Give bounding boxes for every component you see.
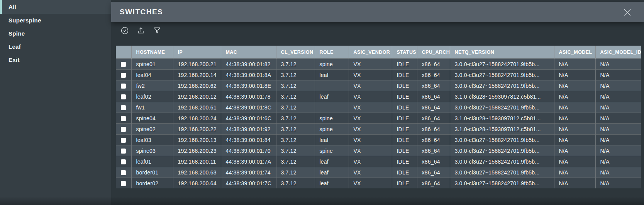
cell-ip: 192.168.200.64: [173, 178, 221, 189]
table-row[interactable]: leaf01 192.168.200.11 44:38:39:00:01:7A …: [116, 156, 641, 167]
cell-ip: 192.168.200.23: [173, 145, 221, 156]
table-row[interactable]: border01 192.168.200.63 44:38:39:00:01:7…: [116, 167, 641, 178]
row-checkbox[interactable]: [121, 181, 126, 186]
check-circle-icon[interactable]: [120, 26, 130, 36]
cell-cl-version: 3.7.12: [276, 80, 315, 91]
cell-ip: 192.168.200.21: [173, 59, 221, 70]
cell-ip: 192.168.200.62: [173, 80, 221, 91]
row-checkbox-cell: [116, 91, 131, 102]
table-row[interactable]: spine04 192.168.200.24 44:38:39:00:01:6C…: [116, 113, 641, 124]
switches-table-wrap: HOSTNAMEIPMACCL_VERSIONROLEASIC_VENDORST…: [116, 46, 641, 188]
cell-netq-version: 3.0.0-cl3u27~1588242701.9fb5b...: [450, 167, 554, 178]
cell-asic-model-id: N/A: [595, 102, 641, 113]
cell-hostname: leaf02: [131, 91, 173, 102]
cell-ip: 192.168.200.61: [173, 102, 221, 113]
row-checkbox[interactable]: [121, 149, 126, 154]
export-upload-icon[interactable]: [136, 26, 146, 36]
column-header-role[interactable]: ROLE: [315, 46, 349, 59]
close-icon[interactable]: [622, 7, 632, 17]
cell-cl-version: 3.7.12: [276, 135, 315, 145]
cell-asic-model: N/A: [554, 91, 595, 102]
cell-role: [315, 102, 349, 113]
cell-asic-vendor: VX: [349, 124, 392, 135]
cell-status: IDLE: [392, 156, 417, 167]
cell-role: leaf: [315, 70, 349, 80]
table-row[interactable]: leaf02 192.168.200.12 44:38:39:00:01:78 …: [116, 91, 641, 102]
switches-table: HOSTNAMEIPMACCL_VERSIONROLEASIC_VENDORST…: [116, 46, 641, 188]
cell-asic-model: N/A: [554, 156, 595, 167]
cell-role: spine: [315, 113, 349, 124]
row-checkbox-cell: [116, 70, 131, 80]
cell-netq-version: 3.0.0-cl3u27~1588242701.9fb5b...: [450, 178, 554, 189]
sidebar-item-exit[interactable]: Exit: [0, 53, 111, 67]
cell-asic-vendor: VX: [349, 91, 392, 102]
table-row[interactable]: fw1 192.168.200.61 44:38:39:00:01:8C 3.7…: [116, 102, 641, 113]
table-row[interactable]: leaf04 192.168.200.14 44:38:39:00:01:8A …: [116, 70, 641, 80]
sidebar-item-label: Leaf: [8, 43, 21, 50]
cell-mac: 44:38:39:00:01:8A: [221, 70, 276, 80]
cell-asic-vendor: VX: [349, 135, 392, 145]
table-row[interactable]: spine01 192.168.200.21 44:38:39:00:01:82…: [116, 59, 641, 70]
cell-ip: 192.168.200.11: [173, 156, 221, 167]
cell-netq-version: 3.0.0-cl3u27~1588242701.9fb5b...: [450, 156, 554, 167]
column-header-cpu-arch[interactable]: CPU_ARCH: [417, 46, 450, 59]
cell-mac: 44:38:39:00:01:78: [221, 91, 276, 102]
sidebar-item-spine[interactable]: Spine: [0, 27, 111, 40]
panel-titlebar: SWITCHES: [111, 2, 644, 22]
sidebar-item-superspine[interactable]: Superspine: [0, 14, 111, 27]
column-header-hostname[interactable]: HOSTNAME: [131, 46, 173, 59]
column-header-cl-version[interactable]: CL_VERSION: [276, 46, 315, 59]
switches-window: All Superspine Spine Leaf Exit SWITCHES: [0, 0, 644, 205]
sidebar-item-all[interactable]: All: [0, 0, 111, 14]
table-row[interactable]: spine03 192.168.200.23 44:38:39:00:01:70…: [116, 145, 641, 156]
cell-cl-version: 3.7.12: [276, 124, 315, 135]
row-checkbox[interactable]: [121, 138, 126, 143]
cell-cpu-arch: x86_64: [417, 102, 450, 113]
row-checkbox[interactable]: [121, 62, 126, 67]
cell-hostname: leaf01: [131, 156, 173, 167]
row-checkbox-cell: [116, 102, 131, 113]
row-checkbox[interactable]: [121, 73, 126, 78]
sidebar-item-leaf[interactable]: Leaf: [0, 40, 111, 53]
table-row[interactable]: fw2 192.168.200.62 44:38:39:00:01:8E 3.7…: [116, 80, 641, 91]
row-checkbox[interactable]: [121, 105, 126, 110]
column-header-netq-version[interactable]: NETQ_VERSION: [450, 46, 554, 59]
cell-hostname: spine04: [131, 113, 173, 124]
table-row[interactable]: spine02 192.168.200.22 44:38:39:00:01:92…: [116, 124, 641, 135]
row-checkbox[interactable]: [121, 159, 126, 164]
cell-asic-vendor: VX: [349, 80, 392, 91]
cell-hostname: fw2: [131, 80, 173, 91]
row-checkbox[interactable]: [121, 127, 126, 132]
cell-netq-version: 3.0.0-cl3u27~1588242701.9fb5b...: [450, 145, 554, 156]
table-row[interactable]: border02 192.168.200.64 44:38:39:00:01:7…: [116, 178, 641, 189]
cell-hostname: leaf04: [131, 70, 173, 80]
column-header-mac[interactable]: MAC: [221, 46, 276, 59]
row-checkbox[interactable]: [121, 170, 126, 175]
cell-status: IDLE: [392, 178, 417, 189]
cell-status: IDLE: [392, 124, 417, 135]
cell-status: IDLE: [392, 59, 417, 70]
cell-ip: 192.168.200.14: [173, 70, 221, 80]
cell-asic-model-id: N/A: [595, 145, 641, 156]
filter-icon[interactable]: [152, 26, 162, 36]
cell-netq-version: 3.0.0-cl3u27~1588242701.9fb5b...: [450, 135, 554, 145]
cell-cpu-arch: x86_64: [417, 124, 450, 135]
row-checkbox[interactable]: [121, 116, 126, 121]
cell-asic-model-id: N/A: [595, 124, 641, 135]
cell-asic-model: N/A: [554, 59, 595, 70]
cell-netq-version: 3.1.0-cl3u28~1593097812.c5b81...: [450, 124, 554, 135]
cell-asic-vendor: VX: [349, 156, 392, 167]
column-header-asic-model[interactable]: ASIC_MODEL: [554, 46, 595, 59]
cell-status: IDLE: [392, 70, 417, 80]
column-header-status[interactable]: STATUS: [392, 46, 417, 59]
table-row[interactable]: leaf03 192.168.200.13 44:38:39:00:01:84 …: [116, 135, 641, 145]
row-checkbox[interactable]: [121, 94, 126, 99]
column-header-asic-vendor[interactable]: ASIC_VENDOR: [349, 46, 392, 59]
cell-asic-vendor: VX: [349, 113, 392, 124]
cell-netq-version: 3.0.0-cl3u27~1588242701.9fb5b...: [450, 80, 554, 91]
cell-asic-model-id: N/A: [595, 80, 641, 91]
row-checkbox[interactable]: [121, 84, 126, 89]
column-header-ip[interactable]: IP: [173, 46, 221, 59]
cell-status: IDLE: [392, 167, 417, 178]
column-header-asic-model-id[interactable]: ASIC_MODEL_ID: [595, 46, 641, 59]
